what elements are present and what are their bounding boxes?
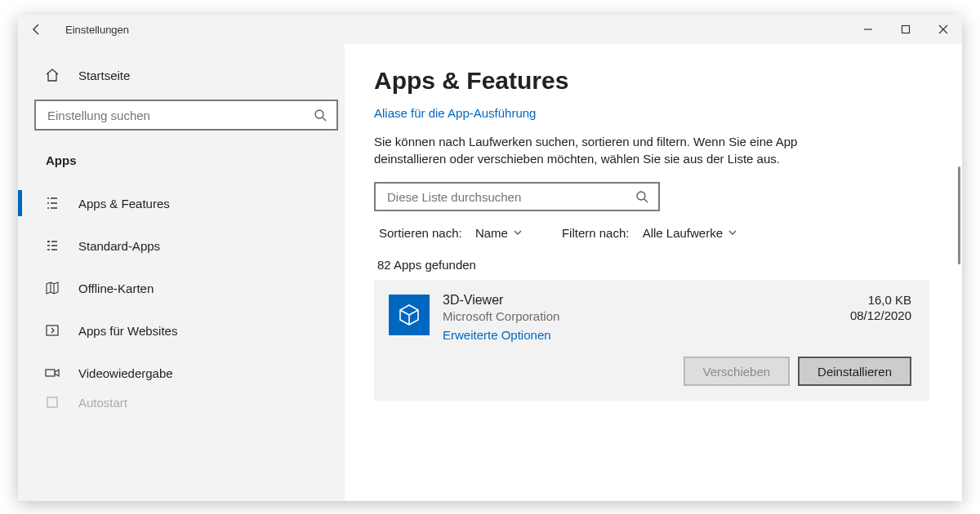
home-button[interactable]: Startseite	[29, 55, 333, 95]
move-button: Verschieben	[684, 357, 791, 386]
sidebar-item-label: Videowiedergabe	[78, 366, 173, 380]
back-button[interactable]	[18, 15, 56, 44]
filter-label: Filtern nach:	[562, 226, 630, 240]
svg-rect-6	[46, 370, 55, 376]
app-icon	[389, 295, 430, 335]
sidebar-item-apps-websites[interactable]: Apps für Websites	[29, 309, 333, 352]
svg-rect-7	[47, 397, 57, 407]
alias-link[interactable]: Aliase für die App-Ausführung	[374, 106, 536, 120]
maximize-button[interactable]	[887, 15, 924, 44]
filter-dropdown[interactable]: Filtern nach: Alle Laufwerke	[562, 226, 737, 240]
sidebar: Startseite Apps Apps & Features	[18, 44, 345, 501]
settings-search[interactable]	[34, 100, 338, 131]
titlebar: Einstellungen	[18, 15, 962, 44]
svg-point-2	[315, 110, 323, 118]
sidebar-item-label: Apps für Websites	[78, 324, 177, 338]
window-title: Einstellungen	[56, 24, 129, 36]
sort-label: Sortieren nach:	[379, 226, 462, 240]
filter-value: Alle Laufwerke	[643, 226, 723, 240]
apps-list-icon	[44, 195, 60, 211]
sidebar-item-offline-maps[interactable]: Offline-Karten	[29, 267, 333, 309]
page-heading: Apps & Features	[374, 67, 929, 95]
home-label: Startseite	[78, 69, 130, 82]
sidebar-section-label: Apps	[29, 145, 333, 182]
home-icon	[44, 67, 60, 83]
svg-line-3	[323, 117, 326, 121]
app-size: 16,0 KB	[850, 293, 911, 307]
app-list-search-input[interactable]	[387, 190, 634, 204]
settings-search-input[interactable]	[47, 109, 312, 122]
sidebar-item-label: Standard-Apps	[78, 239, 160, 253]
uninstall-button[interactable]: Deinstallieren	[798, 357, 911, 386]
svg-rect-5	[47, 326, 58, 335]
app-count: 82 Apps gefunden	[374, 258, 929, 272]
chevron-down-icon	[513, 226, 523, 240]
svg-line-9	[644, 199, 648, 202]
scrollbar-thumb[interactable]	[958, 166, 960, 264]
app-publisher: Microsoft Corporation	[443, 309, 837, 323]
websites-icon	[44, 322, 60, 339]
app-date: 08/12/2020	[850, 308, 911, 322]
maps-icon	[44, 280, 60, 296]
search-icon	[634, 188, 650, 205]
svg-point-8	[637, 192, 645, 200]
sidebar-item-video-playback[interactable]: Videowiedergabe	[29, 352, 333, 394]
video-icon	[44, 365, 60, 381]
sidebar-item-autostart[interactable]: Autostart	[29, 394, 333, 410]
startup-icon	[44, 394, 60, 410]
sidebar-item-apps-features[interactable]: Apps & Features	[29, 182, 333, 224]
app-list-item[interactable]: 3D-Viewer Microsoft Corporation Erweiter…	[374, 280, 929, 401]
sidebar-item-label: Autostart	[78, 396, 127, 410]
main-content: Apps & Features Aliase für die App-Ausfü…	[345, 44, 962, 501]
description-text: Sie können nach Laufwerken suchen, sorti…	[374, 133, 856, 167]
sidebar-item-label: Apps & Features	[78, 197, 170, 210]
settings-window: Einstellungen Startseite	[18, 15, 962, 501]
sort-dropdown[interactable]: Sortieren nach: Name	[379, 226, 523, 240]
minimize-button[interactable]	[849, 15, 887, 44]
chevron-down-icon	[728, 226, 737, 240]
svg-point-4	[47, 241, 49, 242]
app-list-search[interactable]	[374, 182, 660, 211]
sort-value: Name	[475, 226, 508, 240]
close-button[interactable]	[924, 15, 962, 44]
app-name: 3D-Viewer	[443, 293, 837, 308]
sidebar-item-default-apps[interactable]: Standard-Apps	[29, 224, 333, 267]
svg-rect-1	[902, 26, 910, 33]
sidebar-nav: Apps & Features Standard-Apps Offline-Ka…	[29, 182, 333, 410]
defaults-icon	[44, 237, 60, 254]
app-advanced-link[interactable]: Erweiterte Optionen	[443, 328, 837, 342]
search-icon	[312, 107, 328, 123]
sidebar-item-label: Offline-Karten	[78, 281, 154, 295]
